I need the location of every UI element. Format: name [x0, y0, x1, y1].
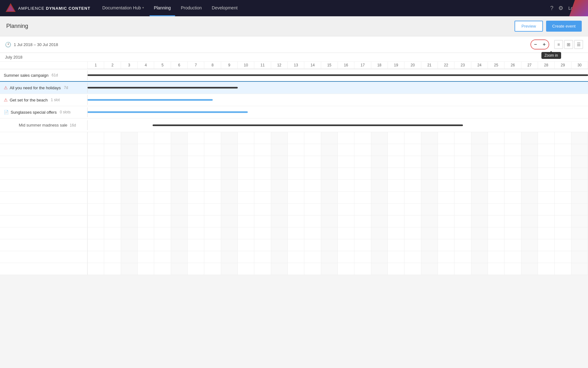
empty-row-8	[0, 215, 588, 227]
campaign-label-summer-sales: Summer sales campaign 61d	[0, 70, 88, 80]
event-label-holidays: ⚠ All you need for the holidays 7d	[0, 83, 88, 93]
event-bar-area-beach	[88, 94, 588, 106]
header-spacer	[0, 62, 88, 69]
event-row-sunglasses[interactable]: 📄 Sunglasses special offers 0 slots	[0, 106, 588, 118]
day-30: 30	[571, 62, 588, 69]
event-label-sunglasses: 📄 Sunglasses special offers 0 slots	[0, 107, 88, 117]
nav-item-doc-hub[interactable]: Documentation Hub ▾	[98, 0, 148, 16]
day-21: 21	[421, 62, 438, 69]
day-26: 26	[504, 62, 521, 69]
warn-icon-holidays: ⚠	[4, 85, 8, 90]
empty-row-1	[0, 132, 588, 144]
event-row-beach[interactable]: ⚠ Get set for the beach 1 slot	[0, 94, 588, 106]
detail-view-button[interactable]: ☰	[574, 40, 583, 49]
empty-label-2	[0, 144, 88, 156]
event-label-mid-summer: Mid summer madness sale 16d	[0, 120, 88, 130]
day-25: 25	[488, 62, 504, 69]
empty-row-10	[0, 239, 588, 251]
doc-icon-sunglasses: 📄	[4, 110, 9, 115]
event-slots-sunglasses: 0 slots	[60, 110, 71, 114]
event-bar-beach	[88, 99, 213, 101]
grid-view-button[interactable]: ⊞	[564, 40, 573, 49]
list-view-button[interactable]: ≡	[554, 40, 563, 49]
brand-icon	[5, 3, 16, 14]
event-bar-sunglasses	[88, 111, 248, 113]
top-nav: AMPLIENCE DYNAMIC CONTENT Documentation …	[0, 0, 588, 16]
day-16: 16	[338, 62, 354, 69]
empty-label-1	[0, 132, 88, 144]
event-slots-beach: 1 slot	[51, 98, 60, 102]
day-header-row: 1 2 3 4 5 6 7 8 9 10 11 12 13 14 15 16 1…	[0, 62, 588, 69]
day-17: 17	[354, 62, 371, 69]
calendar: July 2018 1 2 3 4 5 6 7 8 9 10 11 12 13 …	[0, 53, 588, 275]
date-range: 🕐 1 Jul 2018 – 30 Jul 2018	[5, 42, 58, 48]
day-3: 3	[121, 62, 138, 69]
view-buttons: ≡ ⊞ ☰	[554, 40, 583, 49]
preview-button[interactable]: Preview	[514, 21, 543, 32]
zoom-out-button[interactable]: −	[531, 40, 540, 49]
event-label-beach: ⚠ Get set for the beach 1 slot	[0, 95, 88, 105]
empty-row-11	[0, 251, 588, 263]
event-bar-area-holidays	[88, 82, 588, 94]
nav-item-planning[interactable]: Planning	[150, 0, 175, 16]
event-duration-mid-summer: 16d	[70, 123, 76, 127]
day-11: 11	[254, 62, 271, 69]
settings-button[interactable]: ⚙	[558, 5, 563, 12]
empty-row-3	[0, 156, 588, 168]
empty-row-12	[0, 263, 588, 275]
event-name-holidays: All you need for the holidays	[10, 86, 61, 90]
empty-row-9	[0, 227, 588, 239]
empty-c1	[88, 132, 104, 144]
warn-icon-beach: ⚠	[4, 97, 8, 102]
event-row-mid-summer[interactable]: Mid summer madness sale 16d	[0, 118, 588, 132]
nav-item-production[interactable]: Production	[176, 0, 206, 16]
day-5: 5	[154, 62, 171, 69]
campaign-bar-area	[88, 69, 588, 81]
help-button[interactable]: ?	[550, 5, 553, 12]
day-13: 13	[288, 62, 304, 69]
day-28: 28	[538, 62, 555, 69]
zoom-in-tooltip: Zoom in	[541, 52, 561, 59]
brand-accent-decoration	[569, 0, 588, 16]
date-range-text: 1 Jul 2018 – 30 Jul 2018	[14, 42, 58, 47]
zoom-controls: − +	[530, 39, 549, 49]
day-14: 14	[304, 62, 321, 69]
campaign-row-summer-sales[interactable]: Summer sales campaign 61d	[0, 69, 588, 82]
campaign-bar	[88, 75, 588, 76]
day-24: 24	[471, 62, 488, 69]
day-29: 29	[555, 62, 571, 69]
event-duration-holidays: 7d	[64, 86, 68, 90]
empty-rows-area	[0, 132, 588, 275]
event-row-holidays[interactable]: ⚠ All you need for the holidays 7d	[0, 82, 588, 94]
page-title: Planning	[6, 23, 28, 29]
day-27: 27	[521, 62, 538, 69]
dropdown-arrow-icon: ▾	[142, 6, 144, 9]
date-bar: 🕐 1 Jul 2018 – 30 Jul 2018 − + Zoom in ≡…	[0, 36, 588, 53]
header-actions: Preview Create event	[514, 21, 582, 32]
day-15: 15	[321, 62, 338, 69]
day-12: 12	[271, 62, 288, 69]
empty-row-2	[0, 144, 588, 156]
event-bar-mid-summer	[153, 124, 463, 126]
day-19: 19	[388, 62, 404, 69]
day-1: 1	[88, 62, 104, 69]
day-4: 4	[138, 62, 154, 69]
day-18: 18	[371, 62, 388, 69]
empty-row-6	[0, 192, 588, 204]
event-name-sunglasses: Sunglasses special offers	[11, 110, 57, 115]
nav-items: Documentation Hub ▾ Planning Production …	[98, 0, 548, 16]
event-bar-area-mid-summer	[88, 119, 588, 131]
day-7: 7	[188, 62, 204, 69]
zoom-in-button[interactable]: +	[540, 40, 549, 49]
empty-row-7	[0, 204, 588, 215]
create-event-button[interactable]: Create event	[546, 21, 582, 32]
day-9: 9	[221, 62, 238, 69]
day-20: 20	[404, 62, 421, 69]
empty-row-4	[0, 168, 588, 180]
event-name-beach: Get set for the beach	[10, 98, 48, 102]
day-22: 22	[438, 62, 454, 69]
day-8: 8	[204, 62, 221, 69]
nav-item-development[interactable]: Development	[207, 0, 242, 16]
page-header: Planning Preview Create event	[0, 16, 588, 36]
calendar-icon: 🕐	[5, 42, 11, 48]
